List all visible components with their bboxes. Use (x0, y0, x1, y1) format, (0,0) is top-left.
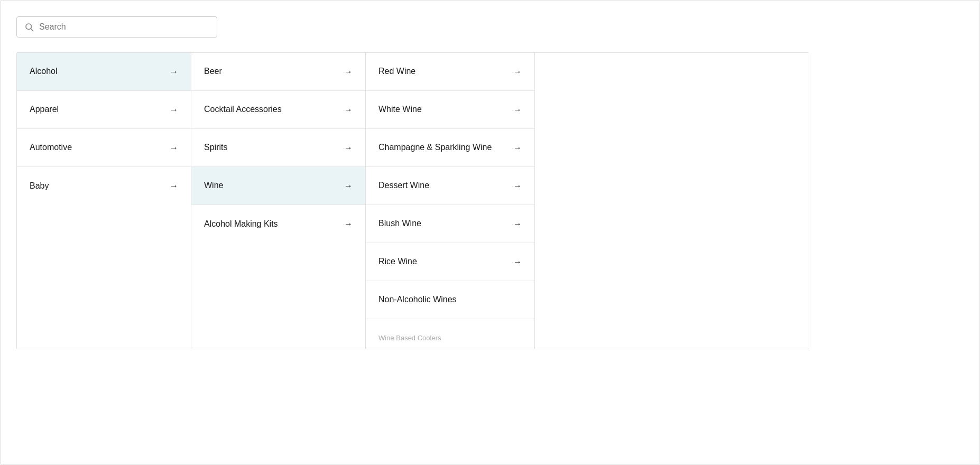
menu-item-label-dessert-wine: Dessert Wine (378, 180, 429, 191)
menu-item-label-automotive: Automotive (30, 142, 72, 153)
arrow-icon-dessert-wine: → (513, 181, 522, 191)
col2: Beer→Cocktail Accessories→Spirits→Wine→A… (191, 53, 366, 349)
menu-item-red-wine[interactable]: Red Wine→ (366, 53, 534, 91)
arrow-icon-white-wine: → (513, 105, 522, 115)
menu-item-dessert-wine[interactable]: Dessert Wine→ (366, 167, 534, 205)
menu-item-label-non-alcoholic-wines: Non-Alcoholic Wines (378, 294, 457, 305)
search-icon (24, 22, 34, 32)
menu-item-label-apparel: Apparel (30, 104, 59, 115)
menu-item-alcohol-making-kits[interactable]: Alcohol Making Kits→ (191, 205, 365, 243)
menu-item-label-alcohol: Alcohol (30, 66, 57, 77)
menu-item-label-alcohol-making-kits: Alcohol Making Kits (204, 218, 278, 230)
arrow-icon-spirits: → (344, 143, 353, 153)
menu-item-label-white-wine: White Wine (378, 104, 422, 115)
arrow-icon-apparel: → (170, 105, 178, 115)
menu-item-rice-wine[interactable]: Rice Wine→ (366, 243, 534, 281)
menu-item-label-beer: Beer (204, 66, 222, 77)
menu-item-beer[interactable]: Beer→ (191, 53, 365, 91)
arrow-icon-baby: → (170, 181, 178, 191)
arrow-icon-alcohol: → (170, 67, 178, 77)
col1: Alcohol→Apparel→Automotive→Baby→ (17, 53, 191, 349)
arrow-icon-alcohol-making-kits: → (344, 219, 353, 229)
menu-item-label-champagne-sparkling: Champagne & Sparkling Wine (378, 142, 492, 153)
arrow-icon-champagne-sparkling: → (513, 143, 522, 153)
arrow-icon-wine: → (344, 181, 353, 191)
search-box[interactable] (16, 16, 217, 38)
menu-item-wine-based-coolers[interactable]: Wine Based Coolers (366, 319, 534, 349)
menu-item-label-blush-wine: Blush Wine (378, 218, 421, 229)
menu-item-label-baby: Baby (30, 180, 49, 192)
menu-item-label-spirits: Spirits (204, 142, 227, 153)
menu-item-label-red-wine: Red Wine (378, 66, 415, 77)
search-input[interactable] (39, 22, 209, 32)
arrow-icon-rice-wine: → (513, 257, 522, 267)
menu-item-cocktail-accessories[interactable]: Cocktail Accessories→ (191, 91, 365, 129)
arrow-icon-cocktail-accessories: → (344, 105, 353, 115)
menu-item-alcohol[interactable]: Alcohol→ (17, 53, 191, 91)
menu-item-champagne-sparkling[interactable]: Champagne & Sparkling Wine→ (366, 129, 534, 167)
menu-item-wine[interactable]: Wine→ (191, 167, 365, 205)
menu-item-label-wine: Wine (204, 180, 223, 191)
menu-item-label-cocktail-accessories: Cocktail Accessories (204, 104, 282, 115)
menu-container: Alcohol→Apparel→Automotive→Baby→ Beer→Co… (16, 52, 809, 349)
col4-empty (535, 53, 809, 349)
search-container (16, 16, 964, 38)
menu-item-label-wine-based-coolers: Wine Based Coolers (378, 333, 441, 343)
menu-item-spirits[interactable]: Spirits→ (191, 129, 365, 167)
menu-item-apparel[interactable]: Apparel→ (17, 91, 191, 129)
col3: Red Wine→White Wine→Champagne & Sparklin… (366, 53, 535, 349)
page-wrapper: Alcohol→Apparel→Automotive→Baby→ Beer→Co… (0, 0, 980, 465)
arrow-icon-blush-wine: → (513, 219, 522, 229)
menu-item-blush-wine[interactable]: Blush Wine→ (366, 205, 534, 243)
menu-item-white-wine[interactable]: White Wine→ (366, 91, 534, 129)
arrow-icon-automotive: → (170, 143, 178, 153)
svg-line-1 (31, 29, 33, 31)
menu-item-non-alcoholic-wines[interactable]: Non-Alcoholic Wines (366, 281, 534, 319)
menu-item-label-rice-wine: Rice Wine (378, 256, 417, 267)
menu-item-automotive[interactable]: Automotive→ (17, 129, 191, 167)
arrow-icon-red-wine: → (513, 67, 522, 77)
menu-item-baby[interactable]: Baby→ (17, 167, 191, 205)
arrow-icon-beer: → (344, 67, 353, 77)
